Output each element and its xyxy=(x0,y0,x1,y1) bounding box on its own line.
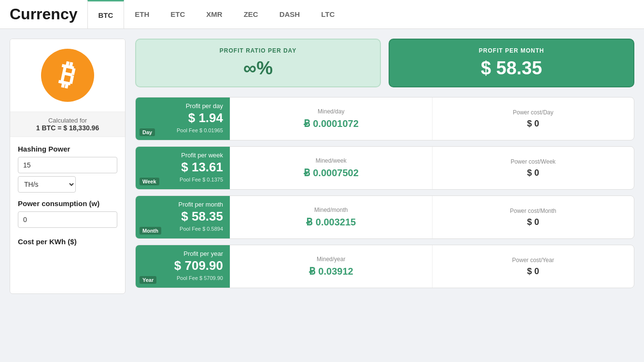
btc-logo: ₿ xyxy=(41,49,94,102)
coin-logo-area: ₿ xyxy=(10,39,125,112)
header: Currency BTCETHETCXMRZECDASHLTC xyxy=(0,0,644,29)
profit-value-week: $ 13.61 xyxy=(142,160,223,175)
mined-value-week: Ƀ 0.0007502 xyxy=(304,167,359,179)
profit-label-week: Profit per week xyxy=(142,152,223,159)
profit-month-card: PROFIT PER MONTH $ 58.35 xyxy=(389,39,634,87)
power-value-week: $ 0 xyxy=(527,168,539,178)
profit-value-month: $ 58.35 xyxy=(142,209,223,224)
power-consumption-label: Power consumption (w) xyxy=(18,199,117,208)
mined-label-day: Mined/day xyxy=(318,108,344,115)
calculated-for-label: Calculated for xyxy=(48,117,87,124)
power-consumption-input[interactable] xyxy=(18,211,117,228)
profit-ratio-value: ∞% xyxy=(243,58,273,79)
period-label-year: Year xyxy=(140,276,156,284)
mined-value-day: Ƀ 0.0001072 xyxy=(304,118,359,129)
result-row-week: Profit per week $ 13.61 Pool Fee $ 0.137… xyxy=(135,146,634,190)
result-cells-year: Mined/year Ƀ 0.03912 Power cost/Year $ 0 xyxy=(230,245,634,288)
hashing-power-input[interactable] xyxy=(18,157,117,173)
power-cell-week: Power cost/Week $ 0 xyxy=(432,147,634,189)
hashing-unit-select[interactable]: TH/s GH/s MH/s xyxy=(18,176,76,193)
main-layout: ₿ Calculated for 1 BTC = $ 18,330.96 Has… xyxy=(0,29,644,304)
result-left-week: Profit per week $ 13.61 Pool Fee $ 0.137… xyxy=(136,147,230,189)
result-left-month: Profit per month $ 58.35 Pool Fee $ 0.58… xyxy=(136,196,230,238)
tab-etc[interactable]: ETC xyxy=(160,0,196,28)
tab-zec[interactable]: ZEC xyxy=(233,0,269,28)
currency-tabs: BTCETHETCXMRZECDASHLTC xyxy=(87,0,346,28)
profit-label-year: Profit per year xyxy=(142,250,223,257)
left-panel: ₿ Calculated for 1 BTC = $ 18,330.96 Has… xyxy=(10,39,126,294)
period-label-month: Month xyxy=(140,227,161,235)
tab-eth[interactable]: ETH xyxy=(124,0,160,28)
power-label-month: Power cost/Month xyxy=(510,208,556,214)
power-label-week: Power cost/Week xyxy=(511,158,556,165)
tab-dash[interactable]: DASH xyxy=(269,0,311,28)
result-cells-day: Mined/day Ƀ 0.0001072 Power cost/Day $ 0 xyxy=(230,97,634,140)
power-label-day: Power cost/Day xyxy=(513,109,553,116)
mined-cell-day: Mined/day Ƀ 0.0001072 xyxy=(230,97,432,140)
btc-price: 1 BTC = $ 18,330.96 xyxy=(15,124,120,132)
cost-per-kwh-label: Cost per KWh ($) xyxy=(18,237,117,246)
power-cell-month: Power cost/Month $ 0 xyxy=(432,196,634,238)
page-title: Currency xyxy=(10,5,78,23)
hashing-power-label: Hashing Power xyxy=(18,145,117,153)
mined-cell-month: Mined/month Ƀ 0.003215 xyxy=(230,196,432,238)
profit-ratio-card: PROFIT RATIO PER DAY ∞% xyxy=(135,39,381,87)
period-label-day: Day xyxy=(140,128,155,136)
result-left-year: Profit per year $ 709.90 Pool Fee $ 5709… xyxy=(136,245,230,288)
stat-cards: PROFIT RATIO PER DAY ∞% PROFIT PER MONTH… xyxy=(135,39,634,87)
profit-label-day: Profit per day xyxy=(142,102,223,110)
power-value-year: $ 0 xyxy=(527,266,539,277)
period-label-week: Week xyxy=(140,178,159,185)
mined-label-week: Mined/week xyxy=(316,157,347,164)
mined-value-year: Ƀ 0.03912 xyxy=(309,265,353,277)
tab-ltc[interactable]: LTC xyxy=(310,0,345,28)
mined-value-month: Ƀ 0.003215 xyxy=(306,216,356,228)
profit-month-label: PROFIT PER MONTH xyxy=(479,47,544,54)
btc-symbol: ₿ xyxy=(57,60,78,91)
power-cell-year: Power cost/Year $ 0 xyxy=(432,245,634,288)
mined-label-month: Mined/month xyxy=(314,207,348,213)
power-value-day: $ 0 xyxy=(527,119,539,129)
power-value-month: $ 0 xyxy=(527,217,539,227)
right-panel: PROFIT RATIO PER DAY ∞% PROFIT PER MONTH… xyxy=(135,39,634,294)
profit-value-day: $ 1.94 xyxy=(142,111,223,125)
result-left-day: Profit per day $ 1.94 Pool Fee $ 0.01965… xyxy=(136,97,230,140)
result-cells-month: Mined/month Ƀ 0.003215 Power cost/Month … xyxy=(230,196,634,238)
calculated-for: Calculated for 1 BTC = $ 18,330.96 xyxy=(10,112,125,137)
result-rows-container: Profit per day $ 1.94 Pool Fee $ 0.01965… xyxy=(135,97,634,288)
profit-ratio-label: PROFIT RATIO PER DAY xyxy=(220,47,296,54)
mined-cell-week: Mined/week Ƀ 0.0007502 xyxy=(230,147,432,189)
result-cells-week: Mined/week Ƀ 0.0007502 Power cost/Week $… xyxy=(230,147,634,189)
profit-value-year: $ 709.90 xyxy=(142,258,223,273)
result-row-day: Profit per day $ 1.94 Pool Fee $ 0.01965… xyxy=(135,97,634,140)
tab-xmr[interactable]: XMR xyxy=(196,0,233,28)
profit-label-month: Profit per month xyxy=(142,201,223,208)
mined-label-year: Mined/year xyxy=(317,256,345,263)
left-form: Hashing Power TH/s GH/s MH/s Power consu… xyxy=(10,137,125,257)
mined-cell-year: Mined/year Ƀ 0.03912 xyxy=(230,245,432,288)
power-cell-day: Power cost/Day $ 0 xyxy=(432,97,634,140)
result-row-month: Profit per month $ 58.35 Pool Fee $ 0.58… xyxy=(135,195,634,239)
power-label-year: Power cost/Year xyxy=(512,257,554,264)
tab-btc[interactable]: BTC xyxy=(87,0,125,28)
profit-month-value: $ 58.35 xyxy=(481,58,542,79)
result-row-year: Profit per year $ 709.90 Pool Fee $ 5709… xyxy=(135,245,634,288)
